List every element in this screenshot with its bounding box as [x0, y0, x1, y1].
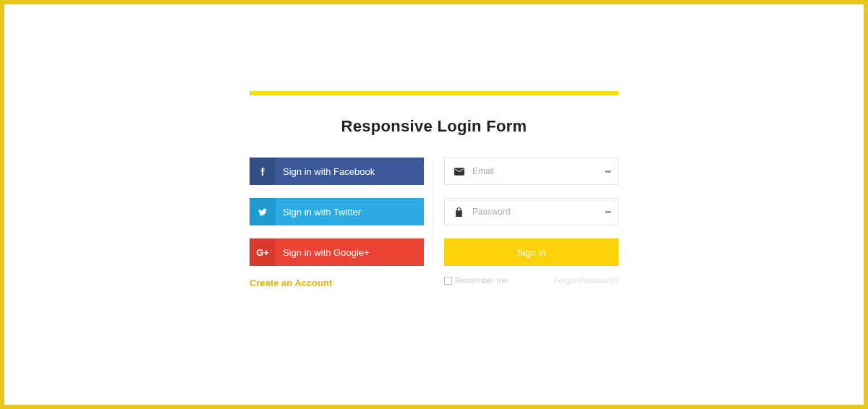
google-label: Sign in with Google+	[276, 247, 370, 258]
login-form-container: Responsive Login Form f Sign in with Fac…	[250, 91, 618, 288]
google-signin-button[interactable]: G+ Sign in with Google+	[250, 238, 424, 266]
twitter-icon	[250, 198, 276, 225]
facebook-icon: f	[250, 158, 276, 185]
email-dots-icon: •••	[605, 168, 610, 176]
email-field[interactable]	[467, 166, 605, 176]
envelope-icon	[452, 168, 467, 176]
form-columns: f Sign in with Facebook Sign in with Twi…	[250, 158, 618, 288]
google-plus-icon: G+	[250, 238, 276, 266]
remember-me-checkbox[interactable]: Remember me	[444, 276, 508, 285]
twitter-label: Sign in with Twitter	[276, 207, 361, 218]
credentials-column: ••• ••• Sign in Remember me Forgot Passw…	[444, 158, 618, 288]
create-account-link[interactable]: Create an Account	[250, 277, 424, 288]
top-accent-bar	[250, 91, 618, 95]
email-input-wrap[interactable]: •••	[444, 158, 618, 185]
password-dots-icon: •••	[605, 208, 610, 216]
twitter-signin-button[interactable]: Sign in with Twitter	[250, 198, 424, 225]
password-input-wrap[interactable]: •••	[444, 198, 618, 225]
social-column: f Sign in with Facebook Sign in with Twi…	[250, 158, 424, 288]
remember-label: Remember me	[455, 276, 508, 285]
password-field[interactable]	[467, 207, 605, 217]
checkbox-icon	[444, 277, 452, 285]
form-title: Responsive Login Form	[250, 117, 618, 136]
bottom-row: Remember me Forgot Password?	[444, 276, 618, 285]
forgot-password-link[interactable]: Forgot Password?	[554, 276, 618, 285]
signin-button[interactable]: Sign in	[444, 238, 618, 266]
facebook-signin-button[interactable]: f Sign in with Facebook	[250, 158, 424, 185]
facebook-label: Sign in with Facebook	[276, 166, 375, 177]
lock-icon	[452, 207, 467, 217]
